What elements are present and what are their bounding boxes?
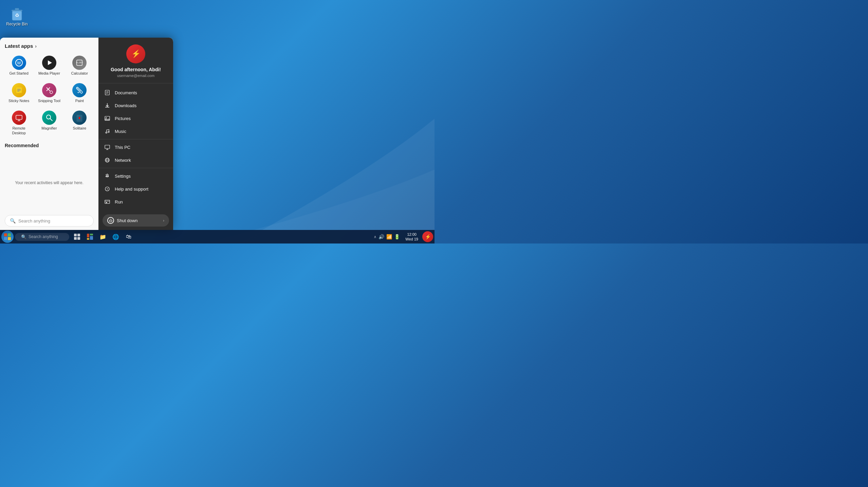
svg-rect-50: [90, 236, 93, 240]
menu-divider-6: [98, 168, 173, 168]
app-icon-snipping-tool: [42, 83, 56, 97]
svg-rect-49: [90, 234, 93, 235]
app-icon-magnifier: [42, 111, 56, 125]
menu-divider-4: [98, 139, 173, 139]
widgets-button[interactable]: [84, 231, 96, 243]
app-icon-calculator: +-×÷: [72, 56, 87, 70]
taskbar-search-icon: 🔍: [21, 234, 26, 239]
user-section: ⚡ Good afternoon, Abdi! username@email.c…: [98, 38, 173, 83]
svg-rect-46: [74, 237, 77, 240]
menu-label-this-pc: This PC: [115, 145, 130, 150]
svg-rect-16: [16, 115, 22, 119]
user-avatar: ⚡: [126, 44, 145, 63]
app-item-calculator[interactable]: +-×÷Calculator: [66, 53, 94, 78]
recycle-bin-label: Recycle Bin: [6, 22, 27, 26]
svg-rect-51: [87, 238, 89, 240]
taskbar: 🔍 Search anything 📁 🌐 🛍 ∧ 🔊 📶 🔋: [0, 230, 435, 244]
svg-rect-47: [77, 237, 80, 240]
svg-text:?: ?: [106, 188, 108, 191]
app-item-media-player[interactable]: Media Player: [35, 53, 63, 78]
svg-rect-44: [74, 234, 77, 236]
menu-item-run[interactable]: ▶_ Run: [98, 195, 173, 208]
menu-items-list: Documents Downloads Pictures Music This …: [98, 83, 173, 211]
menu-item-pictures[interactable]: Pictures: [98, 112, 173, 125]
app-label-sticky-notes: Sticky Notes: [8, 99, 29, 103]
app-item-get-started[interactable]: WGet Started: [5, 53, 33, 78]
app-item-snipping-tool[interactable]: Snipping Tool: [35, 80, 63, 106]
app-item-remote-desktop[interactable]: Remote Desktop: [5, 108, 33, 138]
svg-rect-45: [77, 234, 80, 236]
svg-rect-1: [12, 10, 22, 11]
store-button[interactable]: 🛍: [123, 231, 135, 243]
task-view-icon: [74, 234, 80, 240]
svg-text:W: W: [17, 61, 21, 65]
menu-icon-documents: [104, 89, 111, 96]
menu-icon-run: ▶_: [104, 198, 111, 205]
latest-apps-chevron-icon: ›: [35, 43, 37, 49]
tray-expand-icon[interactable]: ∧: [374, 235, 376, 239]
system-clock[interactable]: 12:00 Wed 19: [403, 232, 421, 242]
menu-item-network[interactable]: Network: [98, 154, 173, 167]
menu-label-network: Network: [115, 158, 131, 163]
app-label-get-started: Get Started: [10, 71, 29, 76]
task-view-button[interactable]: [71, 231, 83, 243]
app-item-magnifier[interactable]: Magnifier: [35, 108, 63, 138]
svg-rect-32: [105, 145, 110, 149]
menu-label-music: Music: [115, 129, 126, 134]
app-item-paint[interactable]: Paint: [66, 80, 94, 106]
app-item-solitaire[interactable]: ♦Solitaire: [66, 108, 94, 138]
start-search-bar[interactable]: 🔍 Search anything: [5, 215, 94, 227]
menu-item-this-pc[interactable]: This PC: [98, 141, 173, 154]
start-menu-left-panel: Latest apps › WGet StartedMedia Player+-…: [0, 38, 98, 230]
browser-button[interactable]: 🌐: [110, 231, 122, 243]
network-icon[interactable]: 📶: [386, 234, 392, 239]
browser-icon: 🌐: [112, 234, 119, 240]
menu-icon-downloads: [104, 102, 111, 109]
taskbar-power-button[interactable]: ⚡: [422, 231, 433, 242]
menu-icon-this-pc: [104, 144, 111, 151]
shutdown-chevron-icon: ›: [163, 218, 164, 222]
app-item-sticky-notes[interactable]: Sticky Notes: [5, 80, 33, 106]
user-email: username@email.com: [117, 74, 154, 78]
menu-item-documents[interactable]: Documents: [98, 86, 173, 99]
file-explorer-button[interactable]: 📁: [97, 231, 109, 243]
svg-text:▶_: ▶_: [106, 201, 109, 203]
menu-label-downloads: Downloads: [115, 103, 136, 108]
app-icon-get-started: W: [12, 56, 26, 70]
shutdown-button[interactable]: ⏻ Shut down ›: [103, 214, 169, 227]
menu-icon-settings: [104, 173, 111, 179]
app-label-solitaire: Solitaire: [73, 126, 86, 131]
app-grid: WGet StartedMedia Player+-×÷CalculatorSt…: [5, 53, 94, 138]
recommended-header: Recommended: [5, 143, 94, 148]
store-icon: 🛍: [126, 234, 131, 240]
user-greeting: Good afternoon, Abdi!: [111, 67, 161, 72]
svg-line-20: [50, 119, 52, 121]
start-button[interactable]: [1, 231, 14, 243]
app-icon-paint: [72, 83, 87, 97]
taskbar-search-bar[interactable]: 🔍 Search anything: [15, 233, 69, 241]
battery-icon[interactable]: 🔋: [394, 234, 400, 239]
volume-icon[interactable]: 🔊: [378, 234, 384, 239]
widgets-icon: [87, 234, 93, 240]
shutdown-label: Shut down: [117, 218, 137, 223]
clock-time: 12:00: [405, 232, 418, 237]
menu-item-downloads[interactable]: Downloads: [98, 99, 173, 112]
menu-label-pictures: Pictures: [115, 116, 131, 121]
start-menu: Latest apps › WGet StartedMedia Player+-…: [0, 38, 173, 230]
svg-point-15: [50, 91, 53, 94]
taskbar-power-icon: ⚡: [425, 234, 431, 239]
app-label-magnifier: Magnifier: [41, 126, 57, 131]
svg-text:♦: ♦: [78, 115, 81, 120]
menu-item-help-support[interactable]: ? Help and support: [98, 182, 173, 195]
taskbar-search-text: Search anything: [29, 234, 58, 239]
menu-icon-music: [104, 128, 111, 135]
search-placeholder: Search anything: [18, 218, 50, 223]
menu-icon-network: [104, 157, 111, 163]
recycle-bin-icon[interactable]: ♻ Recycle Bin: [3, 3, 31, 28]
latest-apps-header[interactable]: Latest apps ›: [5, 43, 94, 49]
menu-item-music[interactable]: Music: [98, 125, 173, 138]
menu-icon-pictures: [104, 115, 111, 122]
svg-text:+-×÷: +-×÷: [76, 61, 83, 64]
menu-item-settings[interactable]: Settings: [98, 170, 173, 182]
clock-date: Wed 19: [405, 237, 418, 241]
